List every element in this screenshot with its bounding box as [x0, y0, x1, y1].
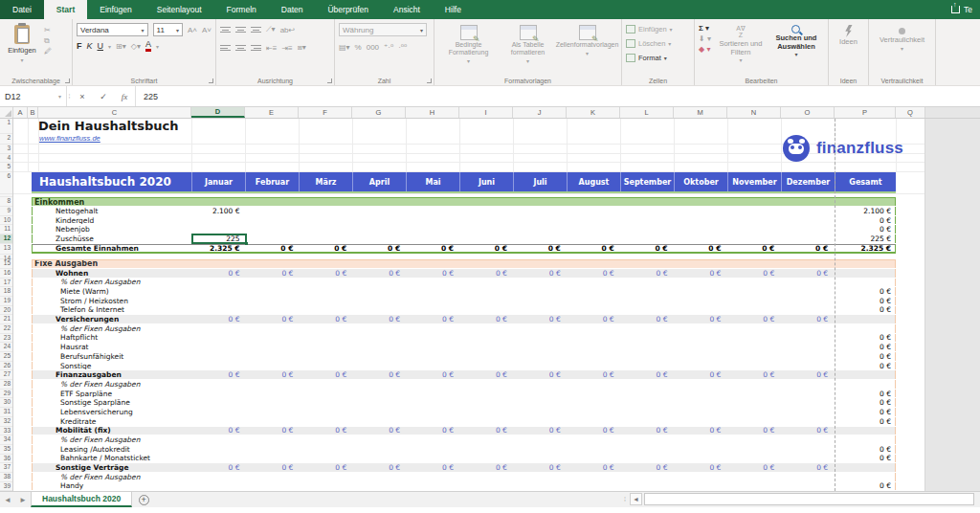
- cell-august-r23[interactable]: [567, 334, 620, 343]
- cell-dezember-r20[interactable]: [780, 306, 834, 315]
- cell-november-r24[interactable]: [726, 343, 780, 351]
- paste-button[interactable]: Einfügen ▾: [4, 23, 40, 73]
- cell-dezember-r25[interactable]: [780, 352, 834, 361]
- cell-februar-r34[interactable]: [246, 435, 300, 444]
- underline-dropdown[interactable]: ▾: [108, 43, 111, 50]
- cell-gesamt-r18[interactable]: 0 €: [834, 287, 895, 296]
- cell-mai-r16[interactable]: 0 €: [406, 269, 459, 278]
- confirm-entry-button[interactable]: ✓: [93, 86, 114, 106]
- cell-januar-r18[interactable]: [192, 287, 246, 296]
- cell-märz-r32[interactable]: [299, 417, 352, 426]
- row-label[interactable]: % der Fixen Ausgaben: [33, 324, 192, 333]
- cell-mai-r23[interactable]: [406, 334, 459, 343]
- percent-style-icon[interactable]: %: [355, 43, 362, 52]
- row-header-24[interactable]: 24: [0, 343, 12, 352]
- cell-märz-r29[interactable]: [299, 390, 352, 398]
- cell-mai-r25[interactable]: [406, 352, 459, 361]
- cell-september-r36[interactable]: [620, 455, 674, 463]
- cell-januar-r21[interactable]: 0 €: [192, 315, 246, 323]
- cell-juni-r18[interactable]: [459, 287, 513, 296]
- underline-button[interactable]: U: [98, 41, 104, 51]
- cell-juli-r36[interactable]: [513, 455, 567, 463]
- cell-januar-r39[interactable]: [192, 482, 246, 491]
- row-header-23[interactable]: 23: [0, 334, 12, 344]
- cell-juli-r26[interactable]: [513, 362, 567, 370]
- cell-august-r12[interactable]: [567, 234, 620, 243]
- cell-oktober-r29[interactable]: [674, 390, 727, 398]
- cell-gesamt-r11[interactable]: 0 €: [834, 225, 895, 234]
- cell-juli-r39[interactable]: [513, 482, 567, 491]
- row-header-8[interactable]: 8: [0, 197, 12, 207]
- cell-april-r39[interactable]: [352, 482, 406, 491]
- cell-november-r39[interactable]: [726, 482, 780, 491]
- cell-august-r25[interactable]: [567, 352, 620, 361]
- cell-gesamt-r29[interactable]: 0 €: [834, 390, 895, 398]
- ribbon-tab-daten[interactable]: Daten: [269, 0, 316, 19]
- cell-februar-r26[interactable]: [246, 362, 300, 370]
- cell-september-r39[interactable]: [620, 482, 674, 491]
- cell-august-r18[interactable]: [567, 287, 620, 296]
- cell-dezember-r11[interactable]: [780, 225, 834, 234]
- row-header-12[interactable]: 12: [0, 234, 12, 244]
- cell-mai-r36[interactable]: [406, 455, 459, 463]
- cell-gesamt-r9[interactable]: 2.100 €: [834, 207, 895, 215]
- cell-januar-r9[interactable]: 2.100 €: [192, 207, 246, 215]
- cell-september-r9[interactable]: [620, 207, 674, 215]
- row-label[interactable]: Berufsunfähigkeit: [33, 352, 192, 361]
- row-header-38[interactable]: 38: [0, 473, 12, 482]
- cell-gesamt-r27[interactable]: [834, 370, 895, 379]
- cell-gesamt-r10[interactable]: 0 €: [834, 216, 895, 225]
- row-label[interactable]: Mobilität (fix): [33, 427, 192, 435]
- cell-märz-r11[interactable]: [299, 225, 352, 234]
- cell-gesamt-r20[interactable]: 0 €: [834, 306, 895, 315]
- cell-oktober-r24[interactable]: [674, 343, 727, 351]
- cell-april-r21[interactable]: 0 €: [352, 315, 406, 323]
- cell-juni-r22[interactable]: [459, 324, 513, 333]
- cell-april-r28[interactable]: [352, 380, 406, 389]
- row-label[interactable]: Wohnen: [33, 269, 192, 278]
- row-label[interactable]: Nebenjob: [33, 225, 192, 234]
- cell-februar-r13[interactable]: 0 €: [246, 245, 300, 252]
- cell-märz-r39[interactable]: [299, 482, 352, 491]
- row-header-39[interactable]: 39: [0, 482, 12, 491]
- row-label[interactable]: Zuschüsse: [33, 234, 192, 243]
- column-header-I[interactable]: I: [459, 107, 513, 118]
- row-header-22[interactable]: 22: [0, 324, 12, 334]
- column-header-N[interactable]: N: [727, 107, 781, 118]
- cell-dezember-r19[interactable]: [780, 297, 834, 305]
- cell-november-r28[interactable]: [726, 380, 780, 389]
- row-label[interactable]: Lebensversicherung: [33, 408, 192, 416]
- ribbon-tab-überprüfen[interactable]: Überprüfen: [315, 0, 381, 19]
- cell-august-r35[interactable]: [567, 445, 620, 454]
- cell-august-r11[interactable]: [567, 225, 620, 234]
- cell-februar-r19[interactable]: [246, 297, 300, 305]
- cell-februar-r31[interactable]: [246, 408, 300, 416]
- cell-november-r27[interactable]: 0 €: [726, 370, 780, 379]
- cell-november-r22[interactable]: [726, 324, 780, 333]
- add-sheet-button[interactable]: +: [132, 492, 155, 507]
- column-header-Q[interactable]: Q: [896, 107, 925, 118]
- row-header-1[interactable]: 1: [0, 119, 12, 134]
- share-area[interactable]: Te: [951, 0, 972, 19]
- cell-gesamt-r17[interactable]: [834, 279, 895, 287]
- cell-juli-r22[interactable]: [513, 324, 567, 333]
- cell-mai-r12[interactable]: [406, 234, 459, 243]
- cell-mai-r20[interactable]: [406, 306, 459, 315]
- row-header-4[interactable]: 4: [0, 154, 12, 164]
- cell-februar-r24[interactable]: [246, 343, 300, 351]
- wrap-text-icon[interactable]: ab↩: [280, 26, 296, 34]
- cell-august-r28[interactable]: [567, 380, 620, 389]
- cell-juli-r20[interactable]: [513, 306, 567, 315]
- cell-februar-r35[interactable]: [246, 445, 300, 454]
- cell-juli-r19[interactable]: [513, 297, 567, 305]
- sheet-canvas[interactable]: Dein Haushaltsbuchwww.finanzfluss.deHaus…: [13, 119, 925, 491]
- cell-april-r20[interactable]: [352, 306, 406, 315]
- cell-märz-r35[interactable]: [299, 445, 352, 454]
- cell-november-r37[interactable]: 0 €: [726, 463, 780, 472]
- cell-februar-r25[interactable]: [246, 352, 300, 361]
- cell-märz-r10[interactable]: [299, 216, 352, 225]
- cell-märz-r31[interactable]: [299, 408, 352, 416]
- cell-juli-r18[interactable]: [513, 287, 567, 296]
- cell-september-r20[interactable]: [620, 306, 674, 315]
- column-header-F[interactable]: F: [299, 107, 352, 118]
